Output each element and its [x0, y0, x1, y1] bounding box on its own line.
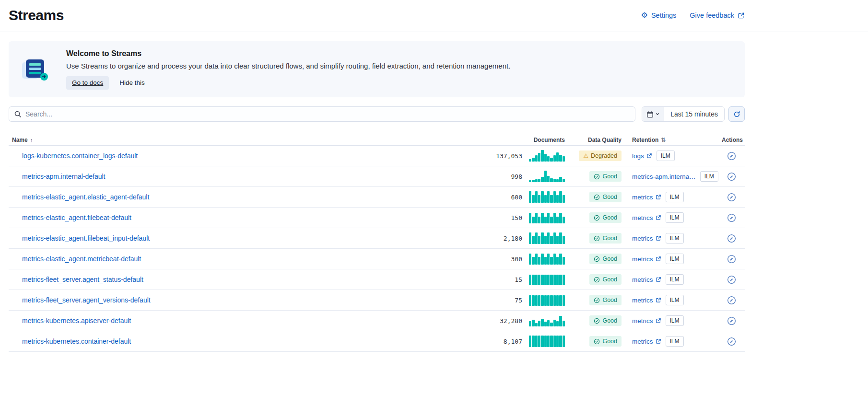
external-link-icon	[656, 277, 661, 282]
documents-cell: 15	[447, 274, 565, 285]
document-count: 8,107	[504, 338, 522, 345]
quality-label: Good	[602, 255, 617, 262]
manage-stream-button[interactable]	[727, 316, 736, 325]
documents-cell: 75	[447, 294, 565, 306]
check-circle-icon	[594, 235, 600, 242]
quality-label: Good	[602, 317, 617, 324]
retention-policy-link[interactable]: metrics	[632, 255, 661, 263]
table-row: metrics-elastic_agent.elastic_agent-defa…	[9, 187, 745, 208]
stream-name-link[interactable]: metrics-elastic_agent.filebeat_input-def…	[22, 234, 150, 242]
search-input[interactable]	[25, 110, 630, 118]
retention-policy-link[interactable]: metrics	[632, 194, 661, 201]
manage-stream-button[interactable]	[727, 193, 736, 202]
documents-cell: 150	[447, 212, 565, 223]
manage-stream-button[interactable]	[727, 151, 736, 161]
stream-name-link[interactable]: logs-kubernetes.container_logs-default	[22, 152, 138, 160]
streams-table: Name ↑ Documents Data Quality Retention …	[9, 134, 745, 352]
retention-policy-link[interactable]: metrics	[632, 276, 661, 283]
retention-policy-link[interactable]: metrics	[632, 214, 661, 221]
documents-cell: 2,180	[447, 232, 565, 244]
documents-sparkline	[529, 171, 565, 182]
stream-name-link[interactable]: metrics-elastic_agent.elastic_agent-defa…	[22, 193, 149, 201]
name-cell: metrics-kubernetes.apiserver-default	[9, 316, 447, 325]
ilm-badge: ILM	[666, 295, 684, 305]
retention-link-label: logs	[632, 152, 644, 160]
retention-cell: logs ILM	[625, 151, 718, 161]
refresh-icon	[733, 111, 740, 118]
name-cell: logs-kubernetes.container_logs-default	[9, 151, 447, 160]
toolbar: Last 15 minutes	[9, 106, 745, 122]
stream-name-link[interactable]: metrics-elastic_agent.metricbeat-default	[22, 255, 141, 263]
retention-cell: metrics ILM	[625, 192, 718, 202]
stream-name-link[interactable]: metrics-fleet_server.agent_versions-defa…	[22, 296, 151, 304]
actions-cell	[718, 337, 745, 346]
quality-label: Good	[602, 214, 617, 221]
table-row: metrics-elastic_agent.filebeat_input-def…	[9, 228, 745, 249]
document-count: 137,053	[496, 152, 522, 160]
actions-cell	[718, 234, 745, 243]
external-link-icon	[656, 338, 661, 344]
external-link-icon	[656, 194, 661, 200]
external-link-icon	[656, 215, 661, 220]
retention-cell: metrics ILM	[625, 336, 718, 347]
table-row: metrics-kubernetes.container-default 8,1…	[9, 331, 745, 352]
retention-policy-link[interactable]: metrics	[632, 235, 661, 242]
go-to-docs-button[interactable]: Go to docs	[66, 76, 109, 90]
quality-label: Degraded	[591, 152, 617, 159]
actions-cell	[718, 275, 745, 284]
retention-link-label: metrics	[632, 338, 653, 345]
data-quality-cell: ⚠ Good	[565, 274, 625, 285]
manage-stream-button[interactable]	[727, 337, 736, 346]
documents-sparkline	[529, 274, 565, 285]
stream-name-link[interactable]: metrics-apm.internal-default	[22, 173, 106, 180]
retention-policy-link[interactable]: metrics	[632, 317, 661, 325]
stream-name-link[interactable]: metrics-kubernetes.container-default	[22, 337, 131, 345]
hide-this-button[interactable]: Hide this	[119, 79, 145, 86]
give-feedback-button[interactable]: Give feedback	[690, 12, 745, 19]
document-count: 600	[511, 194, 522, 201]
edit-circle-icon	[727, 193, 736, 202]
edit-circle-icon	[727, 316, 736, 325]
retention-cell: metrics-apm.interna… ILM	[625, 171, 718, 182]
settings-button[interactable]: ⚙ Settings	[641, 12, 677, 19]
sort-by-name-button[interactable]: Name ↑	[12, 137, 33, 143]
edit-circle-icon	[727, 337, 736, 346]
column-header-data-quality: Data Quality	[565, 137, 625, 143]
manage-stream-button[interactable]	[727, 172, 736, 181]
sort-ascending-icon: ↑	[30, 137, 33, 143]
stream-name-link[interactable]: metrics-fleet_server.agent_status-defaul…	[22, 276, 143, 283]
retention-policy-link[interactable]: logs	[632, 152, 652, 160]
date-picker: Last 15 minutes	[642, 106, 725, 122]
data-quality-cell: ⚠ Good	[565, 315, 625, 326]
edit-circle-icon	[727, 255, 736, 264]
manage-stream-button[interactable]	[727, 296, 736, 305]
data-quality-cell: ⚠ Good	[565, 212, 625, 223]
data-quality-badge: ⚠ Good	[589, 295, 622, 305]
edit-circle-icon	[727, 296, 736, 305]
retention-policy-link[interactable]: metrics	[632, 338, 661, 345]
retention-link-label: metrics-apm.interna…	[632, 173, 696, 180]
retention-policy-link[interactable]: metrics-apm.interna…	[632, 173, 696, 180]
manage-stream-button[interactable]	[727, 234, 736, 243]
quick-select-button[interactable]	[642, 107, 664, 121]
retention-link-label: metrics	[632, 235, 653, 242]
stream-name-link[interactable]: metrics-kubernetes.apiserver-default	[22, 317, 131, 325]
check-circle-icon	[594, 215, 600, 221]
actions-cell	[718, 316, 745, 325]
manage-stream-button[interactable]	[727, 213, 736, 222]
data-quality-cell: ⚠ Good	[565, 336, 625, 347]
refresh-button[interactable]	[728, 106, 745, 122]
search-box[interactable]	[9, 106, 635, 122]
manage-stream-button[interactable]	[727, 255, 736, 264]
sort-by-retention-button[interactable]: Retention ⇅	[632, 137, 666, 143]
time-range-button[interactable]: Last 15 minutes	[664, 107, 724, 121]
retention-policy-link[interactable]: metrics	[632, 297, 661, 304]
retention-link-label: metrics	[632, 317, 653, 325]
data-quality-badge: ⚠ Degraded	[579, 151, 622, 161]
stream-name-link[interactable]: metrics-elastic_agent.filebeat-default	[22, 214, 131, 221]
documents-sparkline	[529, 315, 565, 326]
manage-stream-button[interactable]	[727, 275, 736, 284]
table-row: metrics-fleet_server.agent_status-defaul…	[9, 269, 745, 290]
search-icon	[14, 110, 22, 118]
document-count: 15	[515, 276, 522, 283]
